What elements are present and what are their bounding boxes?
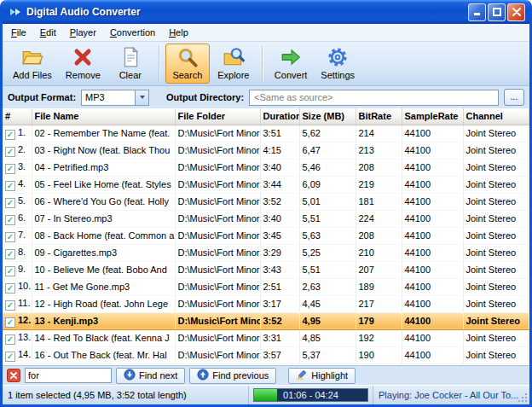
highlight-button[interactable]: Highlight bbox=[288, 368, 356, 384]
minimize-button[interactable] bbox=[468, 3, 486, 21]
cell-file-folder: D:\Music\Fort Minor bbox=[175, 193, 260, 210]
table-row[interactable]: 10.11 - Get Me Gone.mp3D:\Music\Fort Min… bbox=[3, 278, 529, 295]
toolbar-button-add-files[interactable]: Add Files bbox=[7, 44, 58, 84]
table-row[interactable]: 14.16 - Out The Back (feat. Mr. HalD:\Mu… bbox=[3, 346, 529, 363]
table-row[interactable]: 4.05 - Feel Like Home (feat. StylesD:\Mu… bbox=[3, 176, 529, 193]
cell-duration: 3:52 bbox=[260, 193, 299, 210]
column-header-samplerate[interactable]: SampleRate bbox=[402, 108, 463, 125]
output-format-select[interactable]: MP3 bbox=[81, 90, 149, 106]
row-checkbox[interactable] bbox=[5, 300, 15, 311]
cell-samplerate: 44100 bbox=[402, 227, 463, 244]
table-row[interactable]: 1.02 - Remember The Name (feat.D:\Music\… bbox=[3, 125, 529, 142]
resize-grip[interactable] bbox=[517, 392, 529, 404]
toolbar-button-clear[interactable]: Clear bbox=[108, 44, 153, 84]
table-row[interactable]: 2.03 - Right Now (feat. Black ThouD:\Mus… bbox=[3, 142, 529, 159]
menu-item-convertion[interactable]: Convertion bbox=[103, 25, 162, 40]
row-checkbox[interactable] bbox=[5, 164, 15, 174]
output-directory-field[interactable]: <Same as source> bbox=[249, 90, 499, 106]
cell-bitrate: 219 bbox=[356, 176, 402, 193]
row-checkbox[interactable] bbox=[5, 198, 15, 208]
row-checkbox[interactable] bbox=[5, 215, 15, 225]
cell-samplerate: 44100 bbox=[402, 176, 463, 193]
find-next-label: Find next bbox=[139, 370, 177, 381]
column-header-size-mb[interactable]: Size (MB) bbox=[299, 108, 356, 125]
cell-file-folder: D:\Music\Fort Minor bbox=[175, 227, 260, 244]
row-checkbox[interactable] bbox=[5, 283, 15, 294]
cell-bitrate: 210 bbox=[356, 244, 402, 261]
row-checkbox[interactable] bbox=[5, 232, 15, 242]
menu-item-edit[interactable]: Edit bbox=[33, 25, 63, 40]
cell-channel: Joint Stereo bbox=[463, 193, 529, 210]
clear-icon bbox=[119, 46, 142, 68]
cell-file-folder: D:\Music\Fort Minor bbox=[175, 244, 260, 261]
cell-file-name: 11 - Get Me Gone.mp3 bbox=[32, 278, 175, 295]
menu-item-help[interactable]: Help bbox=[162, 25, 195, 40]
row-checkbox[interactable] bbox=[5, 334, 15, 345]
column-header-bitrate[interactable]: BitRate bbox=[356, 108, 402, 125]
column-header-num[interactable]: # bbox=[3, 108, 32, 125]
column-header-file-folder[interactable]: File Folder bbox=[175, 108, 260, 125]
table-row[interactable]: 13.14 - Red To Black (feat. Kenna JD:\Mu… bbox=[3, 329, 529, 346]
table-row[interactable]: 8.09 - Cigarettes.mp3D:\Music\Fort Minor… bbox=[3, 244, 529, 261]
cell-number: 11. bbox=[3, 295, 32, 312]
arrow-up-icon bbox=[197, 369, 209, 382]
row-checkbox[interactable] bbox=[5, 147, 15, 157]
cell-file-name: 13 - Kenji.mp3 bbox=[32, 312, 175, 329]
cell-number: 7. bbox=[3, 227, 32, 244]
toolbar-button-label: Add Files bbox=[13, 70, 52, 80]
highlight-label: Highlight bbox=[311, 370, 348, 381]
cell-bitrate: 207 bbox=[356, 261, 402, 278]
cell-samplerate: 44100 bbox=[402, 312, 463, 329]
table-row[interactable]: 3.04 - Petrified.mp3D:\Music\Fort Minor3… bbox=[3, 159, 529, 176]
title-bar: Digital Audio Converter bbox=[3, 0, 529, 24]
status-bar: 1 item selected (4,95 MB, 3:52 total len… bbox=[3, 385, 529, 404]
row-checkbox[interactable] bbox=[5, 352, 15, 362]
search-bar: Find next Find previous Highlight bbox=[3, 365, 529, 385]
browse-button[interactable]: ... bbox=[504, 89, 524, 106]
cell-file-folder: D:\Music\Fort Minor bbox=[175, 329, 260, 346]
table-row[interactable]: 7.08 - Back Home (feat. Common aD:\Music… bbox=[3, 227, 529, 244]
row-checkbox[interactable] bbox=[5, 266, 15, 276]
row-checkbox[interactable] bbox=[5, 317, 15, 328]
cell-bitrate: 181 bbox=[356, 193, 402, 210]
column-header-duration[interactable]: Duration bbox=[260, 108, 299, 125]
toolbar-button-convert[interactable]: Convert bbox=[269, 44, 314, 84]
window-title: Digital Audio Converter bbox=[26, 6, 466, 18]
toolbar-button-explore[interactable]: Explore bbox=[211, 44, 256, 84]
cell-file-name: 16 - Out The Back (feat. Mr. Hal bbox=[32, 346, 175, 363]
file-list: #File NameFile FolderDurationSize (MB)Bi… bbox=[3, 108, 529, 365]
find-previous-button[interactable]: Find previous bbox=[189, 368, 276, 384]
row-number: 3. bbox=[18, 161, 26, 172]
column-header-file-name[interactable]: File Name bbox=[32, 108, 175, 125]
cell-number: 12. bbox=[3, 312, 32, 329]
menu-item-player[interactable]: Player bbox=[63, 25, 103, 40]
chevron-down-icon bbox=[135, 90, 148, 105]
column-header-channel[interactable]: Channel bbox=[463, 108, 529, 125]
close-search-button[interactable] bbox=[7, 369, 20, 382]
row-checkbox[interactable] bbox=[5, 130, 15, 140]
toolbar-button-settings[interactable]: Settings bbox=[315, 44, 361, 84]
table-row[interactable]: 9.10 - Believe Me (feat. Bobo AndD:\Musi… bbox=[3, 261, 529, 278]
cell-file-folder: D:\Music\Fort Minor bbox=[175, 125, 260, 142]
cell-channel: Joint Stereo bbox=[463, 346, 529, 363]
toolbar-button-search[interactable]: Search bbox=[165, 44, 210, 84]
playback-progress-bar[interactable]: 01:06 - 04:24 bbox=[253, 388, 368, 402]
cell-file-name: 07 - In Stereo.mp3 bbox=[32, 210, 175, 227]
cell-channel: Joint Stereo bbox=[463, 125, 529, 142]
row-checkbox[interactable] bbox=[5, 249, 15, 259]
table-row[interactable]: 6.07 - In Stereo.mp3D:\Music\Fort Minor3… bbox=[3, 210, 529, 227]
table-row[interactable]: 5.06 - Where'd You Go (feat. HollyD:\Mus… bbox=[3, 193, 529, 210]
table-row[interactable]: 12.13 - Kenji.mp3D:\Music\Fort Minor3:52… bbox=[3, 312, 529, 329]
toolbar-separator bbox=[159, 46, 159, 82]
cell-file-name: 08 - Back Home (feat. Common a bbox=[32, 227, 175, 244]
row-checkbox[interactable] bbox=[5, 181, 15, 191]
toolbar-button-remove[interactable]: Remove bbox=[60, 44, 107, 84]
search-input[interactable] bbox=[25, 368, 112, 383]
close-button[interactable] bbox=[507, 3, 525, 21]
find-next-button[interactable]: Find next bbox=[116, 368, 185, 384]
output-format-value: MP3 bbox=[82, 92, 135, 102]
menu-item-file[interactable]: File bbox=[4, 25, 33, 40]
table-row[interactable]: 11.12 - High Road (feat. John LegeD:\Mus… bbox=[3, 295, 529, 312]
row-number: 14. bbox=[18, 349, 31, 359]
maximize-button[interactable] bbox=[488, 3, 506, 21]
